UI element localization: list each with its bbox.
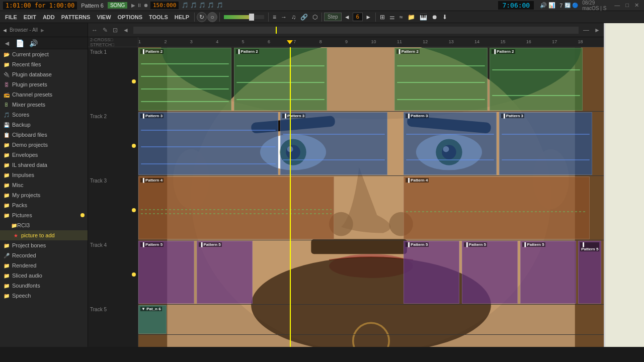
close-button[interactable]: ✕ xyxy=(632,2,641,9)
track1-patterns[interactable]: ▐ Pattern 2 ▐ Pattern 2 ▐ Pattern 2 ▐ Pa… xyxy=(138,47,604,112)
sidebar-label-channel-presets: Channel presets xyxy=(12,92,52,98)
song-mode-button[interactable]: SONG xyxy=(108,2,127,9)
sidebar-item-pictures[interactable]: 📁 Pictures xyxy=(0,210,88,220)
pattern-block[interactable]: ▐ Pattern 2 xyxy=(138,48,231,111)
menu-options[interactable]: OPTIONS xyxy=(115,13,146,21)
piano-btn[interactable]: ♫ xyxy=(289,13,298,22)
track-labels-column: 2-CROSS□ STRETCH□ Track 1 Track 2 Track … xyxy=(88,37,138,347)
sidebar-item-plugin-database[interactable]: 🔌 Plugin database xyxy=(0,69,88,79)
sidebar-item-project-bones[interactable]: 📁 Project bones xyxy=(0,240,88,250)
pattern-block[interactable]: ▐ Pattern 3 xyxy=(280,112,387,175)
record-btn[interactable]: ⏺ xyxy=(430,13,440,22)
sidebar-back-btn[interactable]: ◄ xyxy=(2,39,12,47)
sidebar-label-clipboard-files: Clipboard files xyxy=(12,132,47,138)
playlist-scroll-right[interactable]: ► xyxy=(593,26,602,34)
sidebar-item-recent-files[interactable]: 📁 Recent files xyxy=(0,59,88,69)
folder-open-icon: 📂 xyxy=(3,51,10,58)
menu-edit[interactable]: EDIT xyxy=(21,13,39,21)
pattern-block[interactable]: ▐ Pattern 3 xyxy=(499,112,592,175)
eq-btn[interactable]: ≈ xyxy=(397,13,405,22)
pattern-block[interactable]: ▐ Pattern 5 xyxy=(462,241,518,304)
sidebar-item-scores[interactable]: 🎵 Scores xyxy=(0,110,88,120)
pattern-block[interactable]: ▐ Pattern 4 xyxy=(138,176,334,239)
sidebar-item-envelopes[interactable]: 📁 Envelopes xyxy=(0,150,88,160)
sidebar-item-my-projects[interactable]: 📁 My projects xyxy=(0,190,88,200)
pattern-block[interactable]: ▐ Pattern 5 xyxy=(404,241,459,304)
pattern-block[interactable]: ▐ Pattern 5 xyxy=(578,241,601,304)
playlist-area: ↔ ✎ ⊡ ◄ — ► 2-CROSS□ STRETCH□ Track 1 xyxy=(88,23,604,347)
sidebar-item-mixer-presets[interactable]: 🎚 Mixer presets xyxy=(0,100,88,110)
track2-patterns[interactable]: ▐ Pattern 3 ▐ Pattern 3 ▐ Pattern 3 ▐ Pa… xyxy=(138,112,604,176)
minimize-button[interactable]: — xyxy=(612,2,622,9)
sidebar-item-impulses[interactable]: 📁 Impulses xyxy=(0,170,88,180)
playlist-tool-arrow[interactable]: ↔ xyxy=(90,26,99,34)
menu-patterns[interactable]: PATTERNS xyxy=(58,13,94,21)
sidebar-item-backup[interactable]: 💾 Backup xyxy=(0,120,88,130)
track3-patterns[interactable]: ▐ Pattern 4 ▐ Pattern 4 xyxy=(138,176,604,240)
piano-roll-btn[interactable]: 🎹 xyxy=(418,13,429,22)
pattern-block[interactable]: ▐ Pattern 5 xyxy=(520,241,576,304)
ruler-mark-3: 3 xyxy=(190,39,193,44)
sidebar-item-recorded[interactable]: 🎤 Recorded xyxy=(0,250,88,260)
step-next[interactable]: ► xyxy=(363,13,373,22)
track5-patterns[interactable]: ▼ Pat_n 6 xyxy=(138,305,604,335)
pattern-block[interactable]: ▼ Pat_n 6 xyxy=(138,305,167,334)
sidebar-nav-forward[interactable]: ► xyxy=(40,27,45,33)
sidebar-item-il-shared[interactable]: 📁 IL shared data xyxy=(0,160,88,170)
menu-tools[interactable]: TOOLS xyxy=(146,13,171,21)
drum-btn[interactable]: ⬡ xyxy=(310,13,319,22)
pattern-block[interactable]: ▐ Pattern 3 xyxy=(404,112,497,175)
sidebar-nav-back[interactable]: ◄ xyxy=(2,27,8,33)
volume-control[interactable] xyxy=(224,15,264,19)
sidebar-item-clipboard-files[interactable]: 📋 Clipboard files xyxy=(0,130,88,140)
track-label-1: Track 1 xyxy=(88,47,138,112)
sidebar-item-rci3[interactable]: 📁 RCI3 xyxy=(0,220,88,230)
sidebar-item-sliced-audio[interactable]: 📁 Sliced audio xyxy=(0,270,88,281)
link-btn[interactable]: 🔗 xyxy=(298,13,310,22)
sidebar-item-current-project[interactable]: 📂 Current project xyxy=(0,49,88,59)
download-btn[interactable]: ⬇ xyxy=(440,13,449,22)
forward-btn[interactable]: → xyxy=(279,13,289,22)
sidebar-label-picture-to-add: picture to add xyxy=(21,232,55,238)
pattern-block[interactable]: ▐ Pattern 4 xyxy=(404,176,590,239)
pattern-block[interactable]: ▐ Pattern 2 xyxy=(234,48,327,111)
playlist-tool-resize[interactable]: ⊡ xyxy=(111,26,119,34)
grid-btn[interactable]: ⊞ xyxy=(378,13,387,22)
pattern-block[interactable]: ▐ Pattern 3 xyxy=(138,112,278,175)
menu-add[interactable]: ADD xyxy=(40,13,58,21)
menu-file[interactable]: FILE xyxy=(2,13,20,21)
sidebar-sound-btn[interactable]: 🔊 xyxy=(28,39,39,47)
sidebar-item-soundfonts[interactable]: 📁 Soundfonts xyxy=(0,281,88,291)
playlist-minus-btn[interactable]: — xyxy=(582,26,591,34)
sidebar-item-demo-projects[interactable]: 📁 Demo projects xyxy=(0,140,88,150)
track4-patterns[interactable]: ▐ Pattern 5 ▐ Pattern 5 ▐ Pattern 5 ▐ Pa… xyxy=(138,240,604,305)
pattern-block[interactable]: ▐ Pattern 2 xyxy=(490,48,583,111)
pattern-block[interactable]: ▐ Pattern 2 xyxy=(394,48,488,111)
mixer-btn[interactable]: ⚌ xyxy=(387,13,397,22)
browser-btn[interactable]: 📁 xyxy=(406,13,417,22)
sidebar-item-misc[interactable]: 📁 Misc xyxy=(0,180,88,190)
sidebar-label-recent-files: Recent files xyxy=(12,61,41,67)
ruler-mark-17: 17 xyxy=(552,39,557,44)
pattern-block[interactable]: ▐ Pattern 5 xyxy=(197,241,253,304)
tracks-content[interactable]: 123456789101112131415161718 xyxy=(138,37,604,347)
sidebar-item-channel-presets[interactable]: 📻 Channel presets xyxy=(0,89,88,100)
menu-help[interactable]: HELP xyxy=(172,13,192,21)
playlist-tool-draw[interactable]: ✎ xyxy=(101,26,109,34)
sidebar-item-rendered[interactable]: 📁 Rendered xyxy=(0,260,88,270)
ruler-mark-14: 14 xyxy=(474,39,479,44)
step-prev[interactable]: ◄ xyxy=(342,13,352,22)
tempo-knob[interactable]: ↻ xyxy=(197,12,207,22)
sidebar-item-packs[interactable]: 📁 Packs xyxy=(0,200,88,210)
sidebar-item-plugin-presets[interactable]: 🎛 Plugin presets xyxy=(0,79,88,89)
maximize-button[interactable]: □ xyxy=(623,2,631,9)
playlist-btn[interactable]: ≡ xyxy=(271,13,278,22)
sidebar-item-picture-to-add[interactable]: ★ picture to add xyxy=(0,230,88,240)
power-button[interactable]: ○ xyxy=(207,12,217,22)
pattern-block[interactable]: ▐ Pattern 5 xyxy=(138,241,194,304)
menu-view[interactable]: VIEW xyxy=(94,13,114,21)
sidebar-item-speech[interactable]: 📁 Speech xyxy=(0,291,88,301)
sidebar-file-btn[interactable]: 📄 xyxy=(14,39,26,47)
playlist-scroll-left[interactable]: ◄ xyxy=(121,26,130,34)
sidebar: ◄ Browser - All ► ◄ 📄 🔊 📂 Current projec… xyxy=(0,23,88,347)
